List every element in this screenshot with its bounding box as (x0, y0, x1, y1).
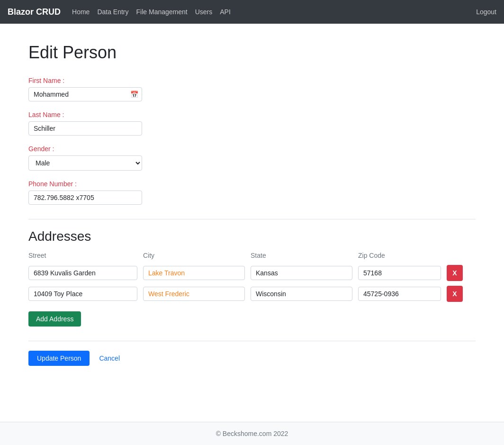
addresses-title: Addresses (28, 229, 476, 244)
address-1-state[interactable] (251, 266, 352, 280)
first-name-input[interactable] (28, 87, 142, 101)
address-1-delete-button[interactable]: X (447, 265, 463, 281)
form-actions: Update Person Cancel (28, 351, 476, 366)
nav-data-entry[interactable]: Data Entry (97, 8, 128, 16)
footer: © Beckshome.com 2022 (0, 422, 504, 445)
nav-api[interactable]: API (220, 8, 231, 16)
section-divider (28, 219, 476, 219)
col-header-city: City (143, 252, 245, 261)
address-header-row: Street City State Zip Code (28, 252, 476, 261)
address-1-street[interactable] (28, 266, 137, 280)
page-title: Edit Person (28, 43, 476, 63)
nav-users[interactable]: Users (195, 8, 213, 16)
last-name-input[interactable] (28, 121, 142, 136)
gender-select[interactable]: Male Female Other (28, 155, 142, 171)
last-name-label: Last Name : (28, 111, 476, 118)
phone-input[interactable] (28, 191, 142, 205)
nav-home[interactable]: Home (72, 8, 90, 16)
add-address-button[interactable]: Add Address (28, 311, 81, 327)
first-name-label: First Name : (28, 77, 476, 84)
last-name-group: Last Name : (28, 111, 476, 136)
action-divider (28, 341, 476, 341)
main-content: Edit Person First Name : 📅 Last Name : G… (0, 24, 504, 422)
col-header-state: State (251, 252, 352, 261)
first-name-group: First Name : 📅 (28, 77, 476, 101)
phone-label: Phone Number : (28, 180, 476, 188)
address-2-state[interactable] (251, 287, 352, 301)
address-row-1: X (28, 265, 476, 281)
address-1-zip[interactable] (358, 266, 441, 280)
address-row-2: X (28, 286, 476, 302)
col-header-zip: Zip Code (358, 252, 441, 261)
update-person-button[interactable]: Update Person (28, 351, 90, 366)
first-name-input-wrapper: 📅 (28, 87, 142, 101)
address-2-street[interactable] (28, 287, 137, 301)
address-1-city[interactable] (143, 266, 245, 280)
phone-group: Phone Number : (28, 180, 476, 205)
logout-button[interactable]: Logout (476, 8, 496, 16)
gender-label: Gender : (28, 145, 476, 153)
gender-group: Gender : Male Female Other (28, 145, 476, 171)
footer-copyright: © Beckshome.com 2022 (216, 430, 288, 437)
address-2-zip[interactable] (358, 287, 441, 301)
cancel-button[interactable]: Cancel (97, 351, 122, 366)
nav-file-management[interactable]: File Management (136, 8, 188, 16)
addresses-section: Addresses Street City State Zip Code X X… (28, 229, 476, 341)
nav-links: Home Data Entry File Management Users AP… (72, 8, 476, 16)
col-header-street: Street (28, 252, 137, 261)
address-2-delete-button[interactable]: X (447, 286, 463, 302)
address-2-city[interactable] (143, 287, 245, 301)
navbar: Blazor CRUD Home Data Entry File Managem… (0, 0, 504, 24)
brand-logo[interactable]: Blazor CRUD (8, 7, 61, 17)
